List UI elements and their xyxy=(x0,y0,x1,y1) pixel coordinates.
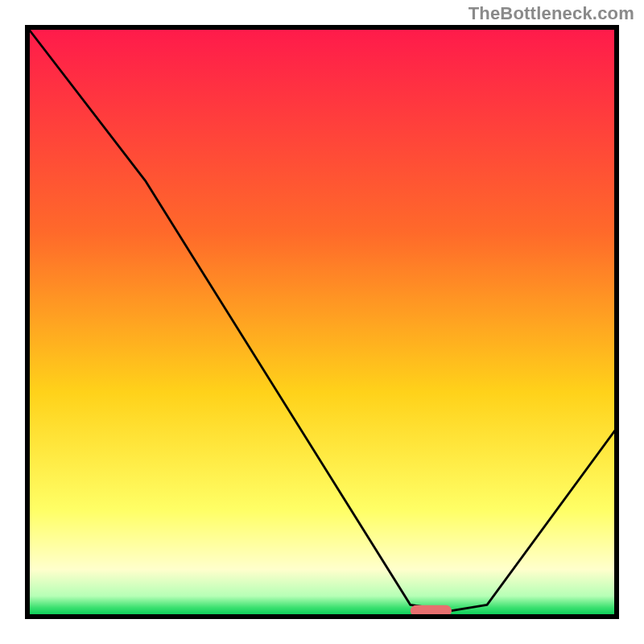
chart-container: TheBottleneck.com xyxy=(0,0,644,644)
plot-background xyxy=(27,27,617,617)
bottleneck-chart xyxy=(23,23,621,621)
attribution-label: TheBottleneck.com xyxy=(469,3,634,24)
